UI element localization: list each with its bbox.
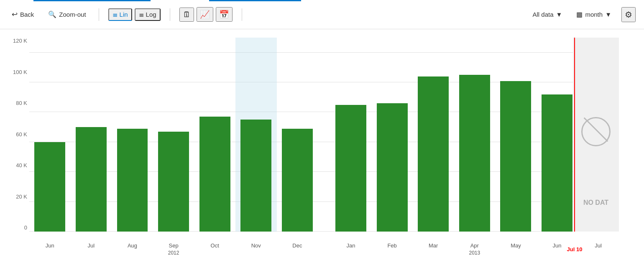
- separator-2: [170, 8, 170, 21]
- red-vertical-line: Jul 10: [574, 38, 575, 232]
- bar-chart-icon: ▩: [576, 10, 583, 18]
- back-icon: ↩: [12, 10, 18, 19]
- bar[interactable]: [158, 132, 189, 232]
- log-list-icon: ≣: [139, 11, 144, 18]
- bar-group: [71, 38, 112, 232]
- toolbar: ↩ Back 🔍 Zoom-out ≣ Lin ≣ Log 🗓 📈 📅: [0, 0, 644, 29]
- bar-group: [318, 38, 330, 232]
- day-icon-btn[interactable]: 🗓: [179, 8, 194, 22]
- separator-1: [99, 8, 99, 21]
- bar-group: [112, 38, 153, 232]
- bar[interactable]: [240, 120, 271, 232]
- month-label: month: [585, 11, 603, 18]
- month-arrow: ▼: [605, 11, 611, 18]
- x-label-sep: Sep2012: [153, 242, 194, 257]
- y-label-120k: 120 K: [4, 38, 27, 44]
- bar[interactable]: [199, 117, 230, 232]
- y-label-80k: 80 K: [4, 100, 27, 106]
- x-label-dec: Dec: [277, 242, 318, 257]
- x-axis: JunJulAugSep2012OctNovDecJanFebMarApr201…: [29, 242, 619, 257]
- zoom-out-button[interactable]: 🔍 Zoom-out: [45, 9, 89, 20]
- toolbar-right: All data ▼ ▩ month ▼ ⚙: [529, 7, 636, 22]
- y-label-20k: 20 K: [4, 194, 27, 200]
- x-label-gap: [318, 242, 330, 257]
- bars-container: [29, 38, 619, 232]
- back-button[interactable]: ↩ Back: [8, 8, 37, 20]
- log-button[interactable]: ≣ Log: [135, 8, 161, 21]
- no-data-region: NO DAT: [573, 38, 619, 232]
- scale-group: ≣ Lin ≣ Log: [108, 8, 161, 21]
- x-label-jan: Jan: [330, 242, 372, 257]
- no-data-label: NO DAT: [583, 199, 608, 206]
- bar[interactable]: [34, 142, 65, 232]
- x-label-jun: Jun: [29, 242, 71, 257]
- x-label-mar: Mar: [413, 242, 454, 257]
- bar[interactable]: [76, 127, 107, 232]
- bar[interactable]: [377, 103, 408, 232]
- y-label-100k: 100 K: [4, 69, 27, 75]
- settings-button[interactable]: ⚙: [621, 7, 636, 22]
- bar-group: [537, 38, 578, 232]
- red-line-label: Jul 10: [567, 246, 583, 252]
- bar[interactable]: [542, 94, 572, 232]
- bar[interactable]: [335, 105, 366, 232]
- bar-group: [413, 38, 454, 232]
- bar[interactable]: [459, 75, 490, 232]
- bar[interactable]: [282, 129, 313, 232]
- x-label-jul: Jul: [578, 242, 619, 257]
- x-label-aug: Aug: [112, 242, 153, 257]
- bar-group: [153, 38, 194, 232]
- back-label: Back: [20, 11, 34, 18]
- all-data-label: All data: [533, 11, 554, 18]
- no-data-circle: [581, 117, 611, 146]
- y-label-40k: 40 K: [4, 162, 27, 168]
- all-data-arrow: ▼: [556, 11, 562, 18]
- month-dropdown[interactable]: ▩ month ▼: [572, 9, 616, 20]
- week-icon-btn[interactable]: 📈: [197, 7, 213, 22]
- y-axis: 0 20 K 40 K 60 K 80 K 100 K 120 K: [4, 38, 27, 232]
- y-label-60k: 60 K: [4, 131, 27, 138]
- y-label-0: 0: [4, 224, 27, 231]
- chart-area: 0 20 K 40 K 60 K 80 K 100 K 120 K JunJul…: [0, 29, 644, 265]
- separator-3: [242, 8, 242, 21]
- x-label-feb: Feb: [371, 242, 413, 257]
- bar[interactable]: [500, 81, 531, 232]
- bar-group: [371, 38, 413, 232]
- x-label-may: May: [495, 242, 537, 257]
- x-label-apr: Apr2013: [454, 242, 496, 257]
- x-label-jul: Jul: [71, 242, 112, 257]
- bar-group: [495, 38, 537, 232]
- bar-group: [235, 38, 277, 232]
- zoom-out-label: Zoom-out: [59, 11, 86, 18]
- bar[interactable]: [117, 129, 148, 232]
- bar-group: [29, 38, 71, 232]
- all-data-dropdown[interactable]: All data ▼: [529, 9, 567, 20]
- x-label-oct: Oct: [194, 242, 235, 257]
- period-group: 🗓 📈 📅: [179, 7, 233, 22]
- bar[interactable]: [418, 76, 449, 232]
- lin-button[interactable]: ≣ Lin: [108, 8, 132, 21]
- list-icon: ≣: [112, 11, 118, 18]
- lin-label: Lin: [120, 11, 128, 18]
- bar-group: [194, 38, 235, 232]
- bar-group: [277, 38, 318, 232]
- log-label: Log: [146, 11, 156, 18]
- chart-inner: 0 20 K 40 K 60 K 80 K 100 K 120 K JunJul…: [29, 38, 619, 232]
- x-label-nov: Nov: [235, 242, 277, 257]
- bar-group: [330, 38, 372, 232]
- zoom-out-icon: 🔍: [48, 10, 56, 18]
- bar-group: [454, 38, 496, 232]
- month-icon-btn[interactable]: 📅: [216, 7, 233, 22]
